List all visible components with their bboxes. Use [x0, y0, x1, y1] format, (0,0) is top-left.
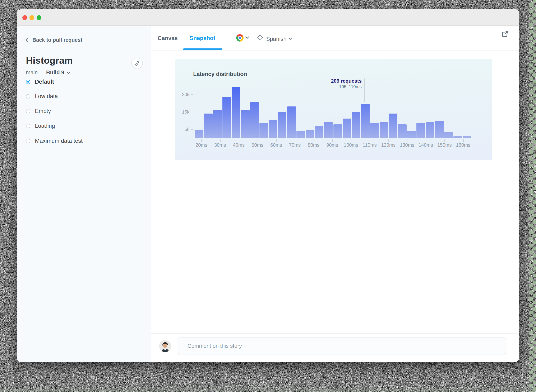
radio-icon[interactable]	[26, 124, 30, 128]
bar-70–75ms	[297, 131, 305, 139]
bar-15–20ms	[195, 130, 203, 139]
x-axis-tick	[407, 140, 407, 142]
bar-90–95ms	[333, 124, 342, 138]
x-axis-tick	[463, 140, 464, 142]
x-axis-tick	[258, 140, 258, 142]
bar-155–160ms	[453, 136, 462, 139]
histogram-bars	[195, 87, 473, 138]
story-item-default[interactable]: Default	[26, 78, 54, 85]
bar-95–100ms	[343, 119, 351, 138]
story-item-label: Maximum data test	[35, 138, 83, 144]
y-axis-label: 20k	[173, 92, 189, 97]
bar-25–30ms	[213, 110, 222, 139]
bar-105–110ms	[361, 104, 370, 138]
bar-125–130ms	[398, 124, 407, 138]
bar-150–155ms	[444, 132, 453, 138]
snapshot-chart: Latency distribution 209 requests 105–11…	[175, 59, 492, 160]
radio-icon[interactable]	[26, 109, 30, 113]
bar-120–125ms	[389, 114, 397, 138]
bar-80–85ms	[315, 126, 323, 139]
story-item-low-data[interactable]: Low data	[26, 93, 58, 100]
bar-50–55ms	[259, 123, 268, 138]
story-item-maximum-data-test[interactable]: Maximum data test	[26, 137, 83, 145]
tab-canvas[interactable]: Canvas	[158, 35, 178, 42]
bar-40–45ms	[241, 110, 250, 138]
x-axis-tick	[426, 140, 426, 142]
bar-60–65ms	[278, 112, 286, 138]
bar-45–50ms	[250, 102, 259, 139]
bar-145–150ms	[435, 121, 444, 138]
comment-divider	[151, 333, 519, 334]
x-axis-tick	[276, 140, 277, 142]
bottom-checker-strip	[0, 387, 536, 392]
story-item-label: Loading	[35, 123, 55, 129]
bar-110–115ms	[370, 123, 379, 138]
story-item-empty[interactable]: Empty	[26, 107, 51, 115]
x-axis-tick	[295, 140, 295, 142]
comment-input[interactable]	[178, 337, 506, 354]
bar-115–120ms	[380, 122, 388, 139]
radio-selected-icon[interactable]	[26, 80, 30, 84]
bar-20–25ms	[204, 114, 213, 139]
x-axis-tick	[388, 140, 389, 142]
x-axis-tick	[332, 140, 333, 142]
tab-divider	[227, 31, 227, 45]
bar-140–145ms	[426, 122, 434, 139]
x-axis-tick	[201, 140, 202, 142]
bar-65–70ms	[287, 107, 296, 138]
annotation-pointer-line	[364, 79, 365, 102]
y-axis-label: 5k	[173, 127, 189, 132]
x-axis-label: 160ms	[451, 142, 476, 148]
radio-icon[interactable]	[26, 94, 30, 98]
story-item-label: Empty	[35, 108, 51, 114]
chart-title: Latency distribution	[193, 71, 247, 77]
y-axis-tick	[191, 94, 193, 95]
story-item-loading[interactable]: Loading	[26, 122, 55, 129]
x-axis-tick	[239, 140, 239, 142]
chrome-icon[interactable]	[236, 34, 244, 42]
avatar	[159, 340, 171, 352]
x-axis-tick	[314, 140, 314, 142]
y-axis-tick	[191, 129, 193, 130]
annotation-range: 105–110ms	[305, 84, 362, 89]
active-tab-underline	[183, 48, 222, 50]
x-axis-tick	[220, 140, 220, 142]
locale-select[interactable]: Spanish	[266, 36, 287, 42]
annotation-value: 209 requests	[305, 78, 362, 84]
tab-snapshot[interactable]: Snapshot	[190, 35, 215, 42]
y-axis-label: 15k	[173, 109, 189, 115]
bar-75–80ms	[306, 130, 314, 138]
y-axis-tick	[191, 112, 193, 112]
bar-35–40ms	[232, 87, 240, 138]
bar-135–140ms	[416, 123, 425, 138]
x-axis-tick	[370, 140, 370, 142]
radio-icon[interactable]	[26, 139, 30, 143]
tab-header-border	[151, 51, 519, 51]
x-axis-tick	[351, 140, 351, 142]
open-external-icon[interactable]	[502, 31, 508, 37]
green-checker-strip	[529, 0, 536, 392]
story-item-label: Low data	[35, 93, 58, 100]
bar-55–60ms	[269, 120, 277, 138]
story-item-label: Default	[35, 79, 54, 85]
x-axis-tick	[445, 140, 445, 142]
bar-30–35ms	[222, 97, 231, 138]
bar-100–105ms	[352, 112, 360, 138]
bar-160–165ms	[463, 136, 471, 139]
bar-130–135ms	[407, 131, 416, 138]
bar-85–90ms	[324, 122, 333, 139]
annotation-pointer-cap	[361, 102, 369, 102]
app-window: Back to pull request Histogram main – Bu…	[17, 9, 519, 362]
